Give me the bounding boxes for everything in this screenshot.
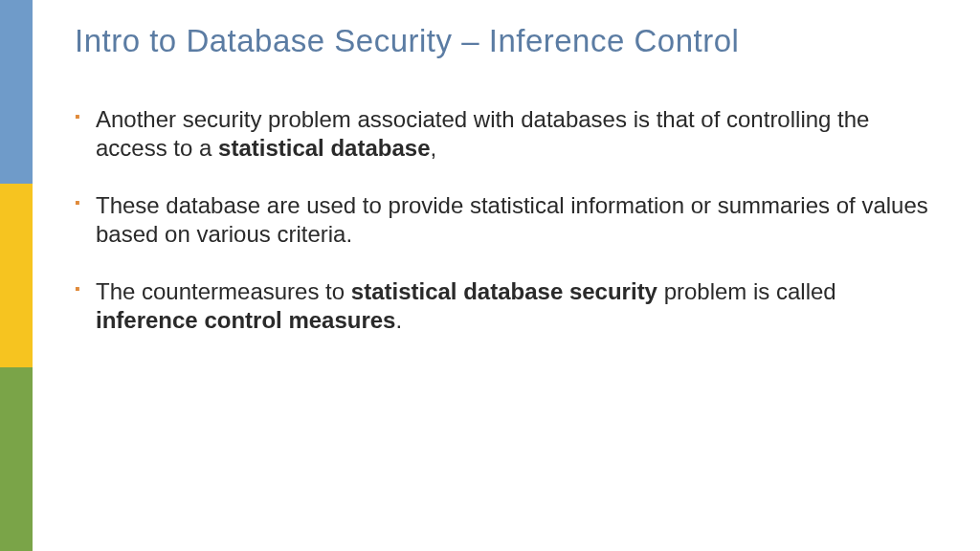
color-sidebar <box>0 0 33 551</box>
bullet-bold: statistical database security <box>351 278 657 304</box>
sidebar-block-blue <box>0 0 33 184</box>
bullet-text: Another security problem associated with… <box>96 106 869 161</box>
bullet-text: . <box>395 307 402 333</box>
bullet-text: , <box>431 135 437 161</box>
bullet-item: These database are used to provide stati… <box>75 191 942 249</box>
slide-content: Intro to Database Security – Inference C… <box>75 23 942 364</box>
bullet-text: The countermeasures to <box>96 278 351 304</box>
slide-title: Intro to Database Security – Inference C… <box>75 23 942 59</box>
bullet-bold: inference control measures <box>96 307 395 333</box>
bullet-text: These database are used to provide stati… <box>96 192 928 247</box>
bullet-text: problem is called <box>657 278 836 304</box>
sidebar-block-green <box>0 367 33 551</box>
bullet-list: Another security problem associated with… <box>75 105 942 335</box>
bullet-bold: statistical database <box>218 135 430 161</box>
bullet-item: Another security problem associated with… <box>75 105 942 163</box>
sidebar-block-yellow <box>0 184 33 367</box>
bullet-item: The countermeasures to statistical datab… <box>75 277 942 335</box>
